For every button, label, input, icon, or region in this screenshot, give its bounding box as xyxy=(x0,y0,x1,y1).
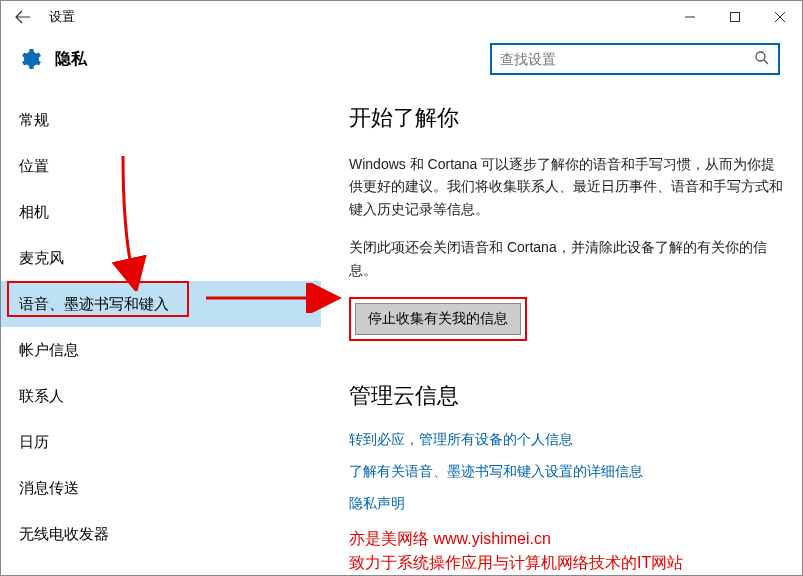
arrow-left-icon xyxy=(15,9,31,25)
search-input[interactable] xyxy=(500,51,754,67)
stop-collecting-button[interactable]: 停止收集有关我的信息 xyxy=(355,303,521,335)
minimize-icon xyxy=(685,12,695,22)
maximize-icon xyxy=(730,12,740,22)
watermark: 亦是美网络 www.yishimei.cn 致力于系统操作应用与计算机网络技术的… xyxy=(349,527,784,575)
sidebar-item-location[interactable]: 位置 xyxy=(1,143,321,189)
sidebar: 常规 位置 相机 麦克风 语音、墨迹书写和键入 帐户信息 联系人 日历 消息传送… xyxy=(1,85,321,575)
link-learn-more[interactable]: 了解有关语音、墨迹书写和键入设置的详细信息 xyxy=(349,463,784,481)
search-box[interactable] xyxy=(490,43,780,75)
watermark-line2: 致力于系统操作应用与计算机网络技术的IT网站 xyxy=(349,551,784,575)
sidebar-item-label: 消息传送 xyxy=(19,479,79,498)
sidebar-item-account[interactable]: 帐户信息 xyxy=(1,327,321,373)
sidebar-item-label: 日历 xyxy=(19,433,49,452)
minimize-button[interactable] xyxy=(667,1,712,33)
sidebar-item-label: 相机 xyxy=(19,203,49,222)
close-icon xyxy=(775,12,785,22)
page-title: 隐私 xyxy=(55,49,87,70)
sidebar-item-label: 常规 xyxy=(19,111,49,130)
close-button[interactable] xyxy=(757,1,802,33)
gear-icon xyxy=(17,46,43,72)
sidebar-item-calendar[interactable]: 日历 xyxy=(1,419,321,465)
sidebar-item-camera[interactable]: 相机 xyxy=(1,189,321,235)
sidebar-item-label: 语音、墨迹书写和键入 xyxy=(19,295,169,314)
sidebar-item-general[interactable]: 常规 xyxy=(1,97,321,143)
sidebar-item-microphone[interactable]: 麦克风 xyxy=(1,235,321,281)
header: 隐私 xyxy=(1,33,802,85)
search-icon xyxy=(754,50,770,69)
maximize-button[interactable] xyxy=(712,1,757,33)
sidebar-item-contacts[interactable]: 联系人 xyxy=(1,373,321,419)
section-heading-1: 开始了解你 xyxy=(349,103,784,133)
window-title: 设置 xyxy=(45,8,75,26)
description-1: Windows 和 Cortana 可以逐步了解你的语音和手写习惯，从而为你提供… xyxy=(349,153,784,220)
content: 开始了解你 Windows 和 Cortana 可以逐步了解你的语音和手写习惯，… xyxy=(321,85,802,575)
sidebar-item-speech[interactable]: 语音、墨迹书写和键入 xyxy=(1,281,321,327)
sidebar-item-label: 帐户信息 xyxy=(19,341,79,360)
sidebar-item-label: 麦克风 xyxy=(19,249,64,268)
body: 常规 位置 相机 麦克风 语音、墨迹书写和键入 帐户信息 联系人 日历 消息传送… xyxy=(1,85,802,575)
description-2: 关闭此项还会关闭语音和 Cortana，并清除此设备了解的有关你的信息。 xyxy=(349,236,784,281)
back-button[interactable] xyxy=(1,1,45,33)
link-bing[interactable]: 转到必应，管理所有设备的个人信息 xyxy=(349,431,784,449)
svg-rect-1 xyxy=(730,13,739,22)
svg-line-5 xyxy=(764,60,768,64)
sidebar-item-label: 无线电收发器 xyxy=(19,525,109,544)
watermark-line1: 亦是美网络 www.yishimei.cn xyxy=(349,527,784,551)
sidebar-item-radios[interactable]: 无线电收发器 xyxy=(1,511,321,557)
sidebar-item-label: 位置 xyxy=(19,157,49,176)
titlebar: 设置 xyxy=(1,1,802,33)
sidebar-item-messaging[interactable]: 消息传送 xyxy=(1,465,321,511)
link-privacy[interactable]: 隐私声明 xyxy=(349,495,784,513)
annotation-highlight-button: 停止收集有关我的信息 xyxy=(349,297,527,341)
svg-point-4 xyxy=(756,52,765,61)
sidebar-item-label: 联系人 xyxy=(19,387,64,406)
section-heading-2: 管理云信息 xyxy=(349,381,784,411)
